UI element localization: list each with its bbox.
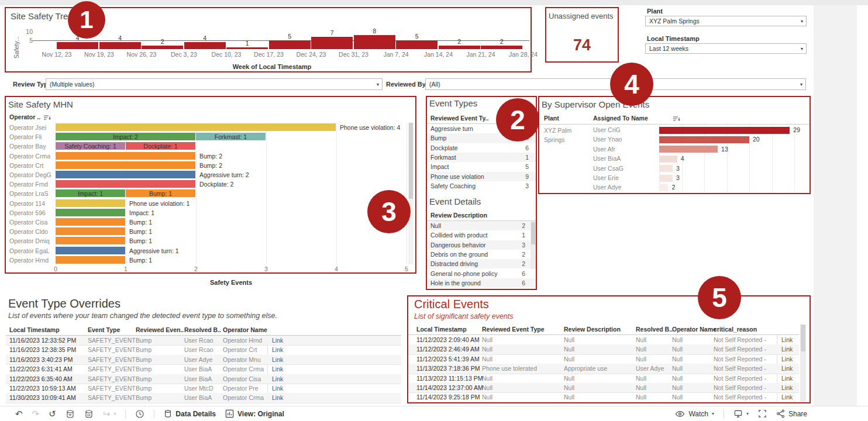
link-cell[interactable]: Link — [781, 375, 793, 382]
mhn-bar-segment[interactable] — [56, 256, 125, 264]
mhn-bar-segment[interactable] — [56, 247, 125, 254]
trend-bar[interactable] — [226, 47, 268, 49]
annotation-circle-4: 4 — [610, 63, 653, 106]
undo-button[interactable]: ↶ — [15, 406, 23, 421]
plant-filter-dropdown[interactable]: XYZ Palm Springs ▾ — [645, 16, 807, 26]
mhn-bar-segment[interactable] — [56, 123, 336, 131]
trend-bar[interactable] — [142, 46, 183, 49]
table-cell: Bump — [136, 337, 151, 344]
toolbar-left-group: ↶ ↷ ↺ ↪ ▾ — [15, 406, 284, 421]
mhn-bar-segment[interactable] — [56, 227, 125, 235]
scrollbar-thumb[interactable] — [801, 325, 805, 351]
fullscreen-button[interactable] — [758, 409, 767, 418]
link-cell[interactable]: Link — [272, 385, 283, 392]
supervisor-bar[interactable] — [659, 146, 718, 153]
history-clock-button[interactable] — [135, 409, 144, 419]
revert-button[interactable]: ↺ — [49, 406, 56, 421]
link-cell[interactable]: Link — [781, 356, 793, 363]
link-cell[interactable]: Link — [272, 365, 283, 372]
supervisor-bar-value: 29 — [793, 126, 800, 133]
chevron-down-icon[interactable]: ▾ — [377, 82, 379, 87]
table-cell: Null — [672, 336, 683, 343]
trend-bar[interactable] — [269, 40, 311, 49]
trend-bar[interactable] — [439, 46, 480, 49]
mhn-bar-segment[interactable] — [56, 237, 125, 244]
mhn-segment-label: Dockplate: 1 — [126, 143, 195, 150]
pause-updates-button[interactable] — [84, 409, 94, 419]
mhn-gridline — [336, 123, 337, 265]
refresh-data-button[interactable] — [66, 409, 75, 419]
link-cell[interactable]: Link — [781, 346, 793, 353]
chevron-down-icon[interactable]: ▾ — [801, 46, 803, 51]
link-cell[interactable]: Link — [781, 365, 793, 372]
mhn-bar-segment[interactable] — [56, 161, 195, 169]
list-item-label: Hole in the ground — [430, 279, 519, 287]
trend-bar[interactable] — [99, 42, 141, 49]
link-cell[interactable]: Link — [781, 394, 793, 401]
trend-x-axis-title: Week of Local Timestamp — [225, 63, 319, 70]
mhn-bar-segment[interactable] — [56, 218, 125, 226]
table-cell: 11/22/2023 6:35:40 AM — [9, 375, 73, 382]
link-cell[interactable]: Link — [781, 384, 793, 391]
supervisor-bar[interactable] — [659, 156, 677, 163]
chevron-down-icon[interactable]: ▾ — [800, 82, 802, 87]
table-cell: Not Self Reported - — [714, 356, 766, 363]
mhn-bar-segment[interactable] — [56, 171, 195, 178]
toolbar-divider — [125, 410, 126, 418]
table-cell: Not Self Reported - — [714, 375, 766, 382]
trend-bar[interactable] — [481, 46, 522, 49]
mhn-bar-segment[interactable] — [56, 152, 195, 160]
mhn-bar-segment[interactable] — [56, 199, 125, 207]
chevron-down-icon[interactable]: ▾ — [712, 411, 714, 416]
timestamp-filter-dropdown[interactable]: Last 12 weeks ▾ — [645, 43, 807, 54]
link-cell[interactable]: Link — [272, 375, 283, 382]
trend-bar[interactable] — [311, 37, 353, 49]
supervisor-bar[interactable] — [659, 127, 790, 134]
table-row-border — [408, 392, 799, 393]
scrollbar-thumb[interactable] — [409, 123, 413, 199]
link-cell[interactable]: Link — [272, 337, 283, 344]
supervisor-bar[interactable] — [659, 165, 673, 172]
link-cell[interactable]: Link — [272, 356, 283, 363]
chevron-down-icon[interactable]: ▾ — [113, 411, 116, 416]
list-item-value: 1 — [511, 154, 529, 161]
device-layout-button[interactable]: ▾ — [733, 409, 749, 418]
review-type-dropdown[interactable]: (Multiple values) ▾ — [46, 78, 383, 90]
share-forward-button[interactable]: ↪ ▾ — [103, 406, 116, 421]
mhn-scrollbar[interactable] — [408, 123, 414, 264]
event-details-scrollbar[interactable] — [531, 221, 536, 269]
table-cell: Null — [672, 356, 683, 363]
trend-bar[interactable] — [57, 42, 98, 49]
view-original-button[interactable]: View: Original — [225, 409, 284, 418]
supervisor-bar-value: 13 — [721, 146, 728, 153]
mhn-row-label: Operator 596 — [9, 209, 54, 216]
eye-icon — [675, 410, 685, 418]
supervisor-bar[interactable] — [659, 136, 749, 143]
list-item-label: Null — [430, 222, 519, 229]
watch-button[interactable]: Watch ▾ — [675, 410, 714, 418]
mhn-bar-segment[interactable] — [56, 209, 125, 216]
scrollbar-thumb[interactable] — [531, 222, 535, 244]
link-cell[interactable]: Link — [272, 394, 283, 401]
chevron-down-icon[interactable]: ▾ — [801, 19, 803, 24]
link-cell[interactable]: Link — [781, 336, 793, 343]
table-cell: 11/16/2023 3:40:23 PM — [9, 356, 73, 363]
supervisor-bar[interactable] — [659, 175, 673, 182]
table-cell: SAFETY_EVENT — [88, 385, 136, 392]
trend-bar[interactable] — [396, 40, 438, 49]
table-cell: 11/14/2023 12:37:00 AM — [416, 384, 483, 391]
share-button[interactable]: Share — [776, 409, 807, 418]
table-cell: Null — [564, 384, 574, 391]
redo-button[interactable]: ↷ — [32, 406, 40, 421]
link-cell[interactable]: Link — [272, 346, 283, 353]
list-item-label: Safety Coaching — [430, 182, 519, 189]
supervisor-bar[interactable] — [659, 184, 668, 191]
chevron-down-icon[interactable]: ▾ — [746, 411, 749, 416]
trend-bar[interactable] — [184, 42, 226, 49]
trend-x-tick-label: Dec 31, 23 — [333, 51, 375, 58]
table-cell: Null — [482, 356, 492, 363]
mhn-bar-segment[interactable] — [56, 180, 195, 188]
trend-bar[interactable] — [354, 35, 395, 49]
critical-scrollbar[interactable] — [800, 325, 806, 402]
data-details-button[interactable]: Data Details — [164, 409, 216, 418]
